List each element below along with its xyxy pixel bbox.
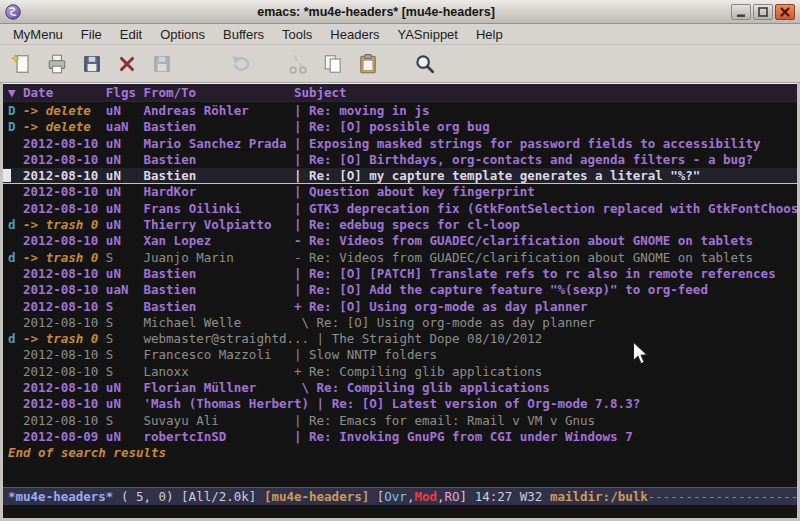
message-subject: \ Re: [O] Using org-mode as day planner — [294, 315, 595, 330]
modeline[interactable]: *mu4e-headers* ( 5, 0) [All/2.0k] [mu4e-… — [3, 487, 797, 505]
message-date: 2012-08-10 — [23, 396, 106, 411]
message-row[interactable]: 2012-08-10 S Bastien + Re: [O] Using org… — [8, 299, 797, 315]
message-subject: | Re: [O] [PATCH] Translate refs to rc a… — [294, 266, 776, 281]
minimize-button[interactable] — [731, 4, 751, 20]
message-from: Bastien — [144, 282, 295, 297]
paste-icon[interactable] — [354, 50, 382, 78]
menu-item-options[interactable]: Options — [151, 24, 214, 45]
window-title: emacs: *mu4e-headers* [mu4e-headers] — [21, 5, 731, 19]
copy-icon[interactable] — [319, 50, 347, 78]
new-file-icon[interactable] — [8, 50, 36, 78]
message-date: 2012-08-10 — [23, 364, 106, 379]
message-date: 2012-08-10 — [23, 380, 106, 395]
message-date: 2012-08-09 — [23, 429, 106, 444]
search-icon[interactable] — [411, 50, 439, 78]
message-from: Frans Oilinki — [144, 201, 295, 216]
modeline-modified-indicator: Mod — [414, 489, 437, 504]
message-row[interactable]: 2012-08-10 uN Florian Müllner \ Re: Comp… — [8, 380, 797, 396]
close-button[interactable] — [775, 4, 795, 20]
message-row[interactable]: d -> trash 0 S Juanjo Marin - Re: Videos… — [8, 250, 797, 266]
message-row[interactable]: d -> trash 0 S webmaster@straightd... | … — [8, 331, 797, 347]
message-from: 'Mash (Thomas Herbert) — [144, 396, 317, 411]
message-flags: S — [106, 331, 144, 346]
message-flags: S — [106, 364, 144, 379]
message-date: -> trash 0 — [23, 250, 106, 265]
print-icon[interactable] — [43, 50, 71, 78]
message-subject: | The Straight Dope 08/10/2012 — [317, 331, 543, 346]
message-subject: | Re: moving in js — [294, 103, 429, 118]
menu-item-yasnippet[interactable]: YASnippet — [388, 24, 466, 45]
maximize-button[interactable] — [753, 4, 773, 20]
save-as-icon — [148, 50, 176, 78]
message-row[interactable]: 2012-08-10 uaN Bastien | Re: [O] Add the… — [8, 282, 797, 298]
menubar: MyMenuFileEditOptionsBuffersToolsHeaders… — [0, 24, 800, 45]
message-subject: - Re: Videos from GUADEC/clarification a… — [294, 250, 753, 265]
message-date: -> delete — [23, 103, 106, 118]
menu-item-file[interactable]: File — [72, 24, 111, 45]
message-mark — [8, 413, 23, 428]
message-subject: | Re: [O] Latest version of Org-mode 7.8… — [317, 396, 641, 411]
message-date: 2012-08-10 — [23, 168, 106, 183]
titlebar[interactable]: emacs: *mu4e-headers* [mu4e-headers] — [0, 0, 800, 24]
message-date: 2012-08-10 — [23, 184, 106, 199]
message-mark — [8, 396, 23, 411]
emacs-window: emacs: *mu4e-headers* [mu4e-headers] MyM… — [0, 0, 800, 521]
menu-item-buffers[interactable]: Buffers — [214, 24, 273, 45]
menu-item-headers[interactable]: Headers — [321, 24, 388, 45]
message-flags: S — [106, 413, 144, 428]
echo-area[interactable] — [3, 505, 797, 518]
message-row[interactable]: 2012-08-10 S Lanoxx + Re: Compiling glib… — [8, 364, 797, 380]
column-header-date[interactable]: ▼ Date — [8, 84, 106, 102]
end-of-results-text: End of search results — [8, 445, 797, 461]
message-from: Francesco Mazzoli — [144, 347, 295, 362]
message-from: Bastien — [144, 299, 295, 314]
menu-item-mymenu[interactable]: MyMenu — [4, 24, 72, 45]
message-row[interactable]: 2012-08-10 S Suvayu Ali | Re: Emacs for … — [8, 413, 797, 429]
message-flags: uN — [106, 233, 144, 248]
message-row[interactable]: 2012-08-10 uN Bastien | Re: [O] my captu… — [3, 168, 797, 184]
message-row[interactable]: d -> trash 0 uN Thierry Volpiatto | Re: … — [8, 217, 797, 233]
message-mark — [8, 299, 23, 314]
message-from: Mario Sanchez Prada — [144, 136, 295, 151]
message-row[interactable]: 2012-08-10 uN Bastien | Re: [O] [PATCH] … — [8, 266, 797, 282]
message-flags: uN — [106, 184, 144, 199]
message-mark: D — [8, 103, 23, 118]
column-header-subject[interactable]: Subject — [294, 84, 347, 102]
modeline-cursor-position: ( 5, 0) — [113, 489, 181, 504]
close-buffer-icon[interactable] — [113, 50, 141, 78]
message-flags: uN — [106, 201, 144, 216]
message-row[interactable]: D -> delete uaN Bastien | Re: [O] possib… — [8, 119, 797, 135]
message-row[interactable]: 2012-08-10 S Francesco Mazzoli | Slow NN… — [8, 347, 797, 363]
message-row[interactable]: 2012-08-09 uN robertcInSD | Re: Invoking… — [8, 429, 797, 445]
column-header-flags[interactable]: Flgs — [106, 84, 144, 102]
message-row[interactable]: 2012-08-10 uN Bastien | Re: [O] Birthday… — [8, 152, 797, 168]
message-date: 2012-08-10 — [23, 266, 106, 281]
menu-item-edit[interactable]: Edit — [111, 24, 151, 45]
message-row[interactable]: 2012-08-10 uN 'Mash (Thomas Herbert) | R… — [8, 396, 797, 412]
message-row[interactable]: 2012-08-10 S Michael Welle \ Re: [O] Usi… — [8, 315, 797, 331]
message-row[interactable]: 2012-08-10 uN Frans Oilinki | GTK3 depre… — [8, 201, 797, 217]
message-subject: + Re: [O] Using org-mode as day planner — [294, 299, 588, 314]
message-from: Bastien — [144, 266, 295, 281]
message-subject: | GTK3 deprecation fix (GtkFontSelection… — [294, 201, 797, 216]
cut-icon[interactable] — [284, 50, 312, 78]
column-header-from[interactable]: From/To — [143, 84, 294, 102]
menu-item-help[interactable]: Help — [467, 24, 512, 45]
message-from: Lanoxx — [144, 364, 295, 379]
modeline-readonly-indicator: RO — [445, 489, 460, 504]
message-date: 2012-08-10 — [23, 201, 106, 216]
message-mark: d — [8, 250, 23, 265]
menu-item-tools[interactable]: Tools — [273, 24, 321, 45]
save-icon[interactable] — [78, 50, 106, 78]
modeline-clock: 14:27 — [475, 489, 520, 504]
message-subject: \ Re: Compiling glib applications — [294, 380, 550, 395]
message-subject: | Question about key fingerprint — [294, 184, 535, 199]
message-from: Bastien — [144, 168, 295, 183]
message-flags: uN — [106, 103, 144, 118]
message-row[interactable]: 2012-08-10 uN HardKor | Question about k… — [8, 184, 797, 200]
message-subject: | Re: [O] possible org bug — [294, 119, 490, 134]
message-row[interactable]: 2012-08-10 uN Mario Sanchez Prada | Expo… — [8, 136, 797, 152]
message-row[interactable]: 2012-08-10 uN Xan Lopez - Re: Videos fro… — [8, 233, 797, 249]
message-mark — [8, 364, 23, 379]
message-row[interactable]: D -> delete uN Andreas Röhler | Re: movi… — [8, 103, 797, 119]
